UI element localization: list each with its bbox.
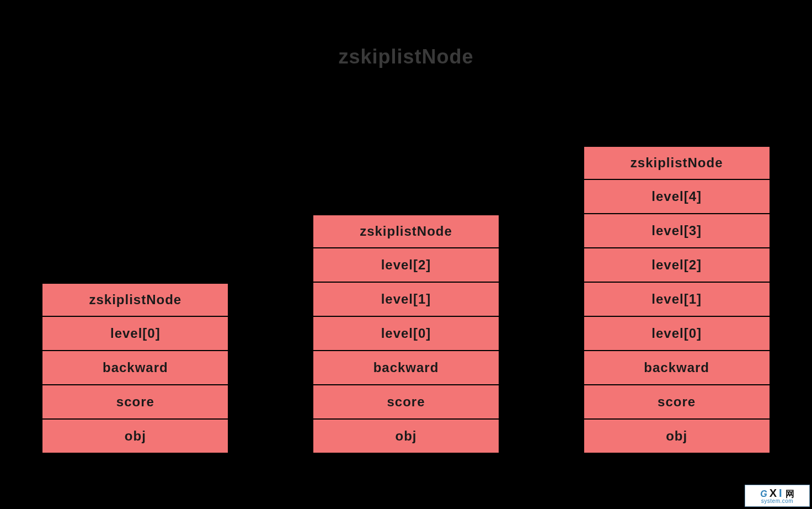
node-field: backward (41, 351, 229, 385)
skiplist-node-2: zskiplistNode level[2] level[1] level[0]… (312, 214, 500, 454)
diagram-title: zskiplistNode (0, 45, 812, 68)
node-field: score (583, 385, 771, 420)
node-field: level[2] (312, 248, 500, 283)
node-field: level[0] (583, 317, 771, 351)
watermark-top: G X I 网 (760, 487, 794, 499)
node-field: score (312, 385, 500, 420)
node-field: level[1] (312, 283, 500, 317)
node-field: level[4] (583, 180, 771, 214)
node-field: level[0] (312, 317, 500, 351)
node-field: backward (583, 351, 771, 385)
watermark-logo: G X I 网 system.com (745, 485, 810, 507)
node-field: level[3] (583, 214, 771, 248)
node-header: zskiplistNode (312, 214, 500, 248)
node-field: obj (41, 420, 229, 454)
watermark-sub: system.com (761, 499, 793, 504)
node-field: obj (312, 420, 500, 454)
watermark-i: I (779, 487, 782, 499)
node-header: zskiplistNode (583, 146, 771, 180)
watermark-cn: 网 (786, 490, 794, 499)
node-field: backward (312, 351, 500, 385)
node-header: zskiplistNode (41, 283, 229, 317)
node-field: level[2] (583, 248, 771, 283)
skiplist-node-1: zskiplistNode level[0] backward score ob… (41, 283, 229, 454)
watermark-g: G (760, 490, 767, 499)
node-field: level[1] (583, 283, 771, 317)
watermark-x: X (770, 487, 777, 499)
nodes-container: zskiplistNode level[0] backward score ob… (0, 146, 812, 454)
node-field: level[0] (41, 317, 229, 351)
node-field: obj (583, 420, 771, 454)
skiplist-node-3: zskiplistNode level[4] level[3] level[2]… (583, 146, 771, 454)
node-field: score (41, 385, 229, 420)
